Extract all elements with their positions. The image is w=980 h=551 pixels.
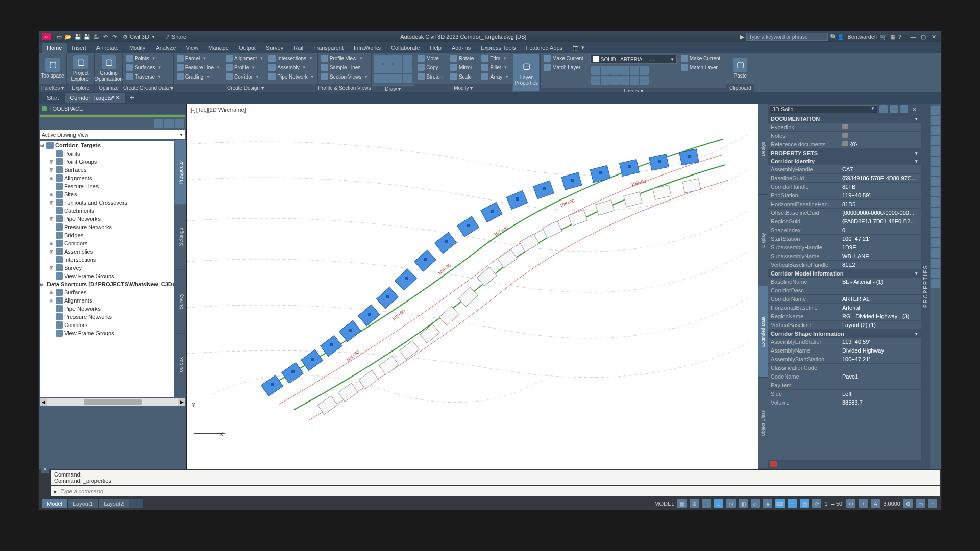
ribbon-panel-title[interactable]: Modify ▾ <box>414 84 512 92</box>
nav-icon[interactable] <box>931 187 940 196</box>
status-osnap-icon[interactable]: ◇ <box>751 499 760 508</box>
ribbon-panel-title[interactable]: Optimize <box>95 84 122 92</box>
prop-row[interactable]: HorizontalBaselineHan…81D5 <box>768 200 921 209</box>
tree-item[interactable]: ⊞Alignments <box>40 174 174 182</box>
ribbon-tab-modify[interactable]: Modify <box>124 43 151 53</box>
nav-icon[interactable] <box>931 177 940 186</box>
cmdline-close-icon[interactable]: ✕ <box>41 465 49 473</box>
ribbon-tab-collaborate[interactable]: Collaborate <box>386 43 425 53</box>
prop-vtab-design[interactable]: Design <box>758 104 768 195</box>
search-input[interactable]: Type a keyword or phrase <box>746 33 828 41</box>
draw-tool-icon[interactable] <box>393 55 402 64</box>
layer-tool-icon[interactable] <box>630 66 639 75</box>
draw-tool-icon[interactable] <box>374 64 383 73</box>
prop-category-header[interactable]: Corridor Identity▾ <box>768 157 921 165</box>
ribbon-button[interactable]: Fillet▼ <box>479 63 511 72</box>
nav-icon[interactable] <box>931 228 940 237</box>
ribbon-panel-title[interactable]: Create Ground Data ▾ <box>123 84 173 92</box>
toolspace-view-combo[interactable]: Active Drawing View ▼ <box>40 130 185 139</box>
prop-row[interactable]: ClassificationCode <box>768 364 921 372</box>
tree-item[interactable]: ⊞Surfaces <box>40 166 174 174</box>
search-go-icon[interactable]: ▶ <box>740 34 744 40</box>
scroll-right-icon[interactable]: ▶ <box>178 398 185 406</box>
prop-row[interactable]: Hyperlink <box>768 123 921 132</box>
qat-save-icon[interactable]: 💾 <box>74 33 82 41</box>
tree-expand-icon[interactable]: ⊞ <box>49 192 54 197</box>
ribbon-button[interactable]: ▢ProjectExplorer <box>68 54 93 83</box>
tab-close-icon[interactable]: ✕ <box>116 95 120 101</box>
search-icon[interactable]: 🔍 <box>830 34 837 40</box>
scroll-left-icon[interactable]: ◀ <box>40 398 47 406</box>
prop-value[interactable]: 81FB <box>839 183 921 191</box>
status-anno-scale[interactable]: 3.0000 <box>883 500 900 507</box>
status-infer-icon[interactable]: ∷ <box>702 499 711 508</box>
ribbon-tab-home[interactable]: Home <box>42 43 67 53</box>
prop-value[interactable]: 100+47.21' <box>839 235 921 243</box>
tree-item[interactable]: View Frame Groups <box>40 329 174 337</box>
tab-model[interactable]: Model <box>42 499 67 508</box>
prop-value[interactable]: {59349186-578E-4D80-97C… <box>839 174 921 182</box>
tree-item[interactable]: Bridges <box>40 231 174 239</box>
draw-tool-icon[interactable] <box>403 74 412 83</box>
draw-tool-icon[interactable] <box>374 74 383 83</box>
drawing-canvas[interactable]: [-][Top][2D Wireframe] <box>187 104 758 469</box>
tree-item[interactable]: ⊞Survey <box>40 264 174 272</box>
prop-row[interactable]: ShapeIndex0 <box>768 226 921 235</box>
prop-value[interactable] <box>839 364 921 372</box>
tree-expand-icon[interactable]: ⊞ <box>49 200 54 205</box>
ts-btn-1[interactable] <box>154 119 163 128</box>
ribbon-button[interactable]: Trim▼ <box>479 54 511 63</box>
prop-row[interactable]: AssemblyEndStation119+40.59' <box>768 338 921 346</box>
ribbon-button[interactable]: Array▼ <box>479 72 511 81</box>
ribbon-panel-title[interactable]: Clipboard <box>726 84 754 92</box>
tree-expand-icon[interactable]: ⊟ <box>40 282 44 287</box>
prop-row[interactable]: SubassemblyHandle1D9E <box>768 243 921 252</box>
ts-btn-2[interactable] <box>164 119 174 128</box>
nav-icon[interactable] <box>931 106 940 115</box>
prop-row[interactable]: PayItem <box>768 381 921 390</box>
ribbon-tab-analyze[interactable]: Analyze <box>151 43 181 53</box>
ribbon-button[interactable]: Copy <box>415 63 447 72</box>
ribbon-button[interactable]: Profile View▼ <box>319 54 371 63</box>
prop-pickadd-icon[interactable] <box>900 105 908 113</box>
properties-title-bar[interactable]: PROPERTIES <box>921 104 930 469</box>
ribbon-button[interactable]: Section Views▼ <box>319 72 371 81</box>
prop-row[interactable]: VerticalBaselineLayout (2) (1) <box>768 321 921 330</box>
prop-value[interactable] <box>839 286 921 294</box>
qat-undo-icon[interactable]: ↶ <box>101 33 109 41</box>
prop-value[interactable]: 100+47.21' <box>839 355 921 363</box>
prop-category-header[interactable]: DOCUMENTATION▾ <box>768 115 921 123</box>
ribbon-button[interactable]: ▢Paste <box>727 54 753 83</box>
toolspace-vtab-prospector[interactable]: Prospector <box>175 140 186 205</box>
prop-value[interactable]: 81D5 <box>839 200 921 208</box>
layer-tool-icon[interactable] <box>620 66 629 75</box>
maximize-button[interactable]: ▢ <box>919 34 928 40</box>
minimize-button[interactable]: — <box>909 34 918 40</box>
prop-vtab-object-class[interactable]: Object Class <box>758 378 768 469</box>
prop-value[interactable]: 38583.7 <box>839 398 921 407</box>
status-monitor-icon[interactable]: ▭ <box>916 499 925 508</box>
ribbon-button[interactable]: Sample Lines <box>319 63 371 72</box>
ribbon-tab-infraworks[interactable]: InfraWorks <box>349 43 386 53</box>
tab-layout1[interactable]: Layout1 <box>68 499 98 508</box>
ribbon-button[interactable]: Match Layer <box>679 63 725 72</box>
ribbon-tab-help[interactable]: Help <box>425 43 447 53</box>
prop-value[interactable]: RG - Divided Highway - (3) <box>839 312 921 320</box>
ribbon-button[interactable]: Surfaces▼ <box>124 63 163 72</box>
tree-item[interactable]: View Frame Groups <box>40 272 174 280</box>
prop-value[interactable]: Left <box>839 390 921 398</box>
nav-icon[interactable] <box>931 279 940 288</box>
prop-value[interactable]: 81E2 <box>839 261 921 269</box>
status-scale-label[interactable]: 1" = 50' <box>824 500 843 507</box>
prop-row[interactable]: AssemblyHandleCA7 <box>768 165 921 174</box>
properties-close-button[interactable]: ✕ <box>910 106 919 113</box>
ribbon-button[interactable]: Points▼ <box>124 54 163 63</box>
prop-value[interactable]: Layout (2) (1) <box>839 321 921 329</box>
ribbon-button[interactable]: ▢LayerProperties <box>513 54 539 91</box>
status-anno-icon[interactable]: A <box>871 499 880 508</box>
prop-row[interactable]: RegionNameRG - Divided Highway - (3) <box>768 312 921 321</box>
prop-footer-icon[interactable] <box>770 461 777 467</box>
nav-icon[interactable] <box>931 269 940 278</box>
prop-row[interactable]: VerticalBaselineHandle81E2 <box>768 261 921 269</box>
ribbon-tab-insert[interactable]: Insert <box>67 43 91 53</box>
